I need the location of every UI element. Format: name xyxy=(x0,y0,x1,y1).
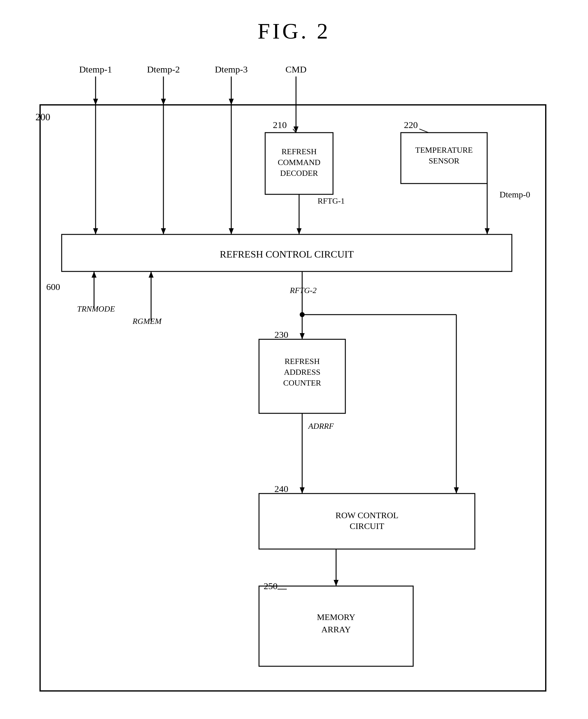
rgmem-label: RGMEM xyxy=(132,317,162,326)
label-210: 210 xyxy=(273,120,287,130)
svg-marker-16 xyxy=(485,228,490,234)
svg-marker-8 xyxy=(294,126,298,132)
temperature-sensor-label2: SENSOR xyxy=(428,157,459,165)
svg-rect-0 xyxy=(40,105,546,691)
svg-marker-4 xyxy=(161,99,166,105)
svg-line-11 xyxy=(419,129,428,132)
rftg2-label: RFTG-2 xyxy=(290,286,317,295)
svg-marker-27 xyxy=(149,271,153,278)
refresh-command-decoder-label: REFRESH xyxy=(281,147,317,156)
dtemp2-label: Dtemp-2 xyxy=(147,64,180,74)
svg-marker-34 xyxy=(300,333,304,339)
memory-array-label: MEMORY xyxy=(317,612,355,622)
refresh-command-decoder-label3: DECODER xyxy=(280,169,318,178)
svg-marker-14 xyxy=(297,228,301,234)
svg-marker-25 xyxy=(91,271,97,278)
label-240: 240 xyxy=(274,484,288,494)
adrrf-label: ADRRF xyxy=(308,422,334,431)
label-600: 600 xyxy=(46,282,60,292)
svg-marker-18 xyxy=(93,228,98,234)
svg-marker-2 xyxy=(93,99,98,105)
svg-marker-22 xyxy=(229,228,234,234)
label-230: 230 xyxy=(274,329,288,340)
rftg1-label: RFTG-1 xyxy=(318,197,345,205)
refresh-address-counter-label: REFRESH xyxy=(285,357,320,366)
svg-marker-40 xyxy=(334,580,339,586)
refresh-address-counter-label2: ADDRESS xyxy=(284,368,320,377)
svg-marker-20 xyxy=(161,228,166,234)
svg-marker-32 xyxy=(454,487,459,494)
dtemp3-label: Dtemp-3 xyxy=(215,64,248,74)
row-control-circuit-label: ROW CONTROL xyxy=(335,511,398,520)
svg-marker-37 xyxy=(300,487,304,494)
refresh-address-counter-label3: COUNTER xyxy=(284,378,321,387)
temperature-sensor-label: TEMPERATURE xyxy=(415,146,473,155)
dtemp0-label: Dtemp-0 xyxy=(500,190,530,199)
svg-marker-6 xyxy=(229,99,234,105)
trnmode-label: TRNMODE xyxy=(77,305,115,313)
diagram-svg: 200 Dtemp-1 Dtemp-2 Dtemp-3 CMD 210 REFR… xyxy=(0,0,588,719)
refresh-command-decoder-label2: COMMAND xyxy=(278,158,321,167)
label-200: 200 xyxy=(36,111,50,122)
row-control-circuit-label2: CIRCUIT xyxy=(350,521,384,531)
dtemp1-label: Dtemp-1 xyxy=(79,64,112,74)
refresh-control-circuit-label: REFRESH CONTROL CIRCUIT xyxy=(220,249,354,260)
cmd-label: CMD xyxy=(286,64,307,74)
memory-array-label2: ARRAY xyxy=(321,624,351,634)
label-220: 220 xyxy=(404,120,418,130)
